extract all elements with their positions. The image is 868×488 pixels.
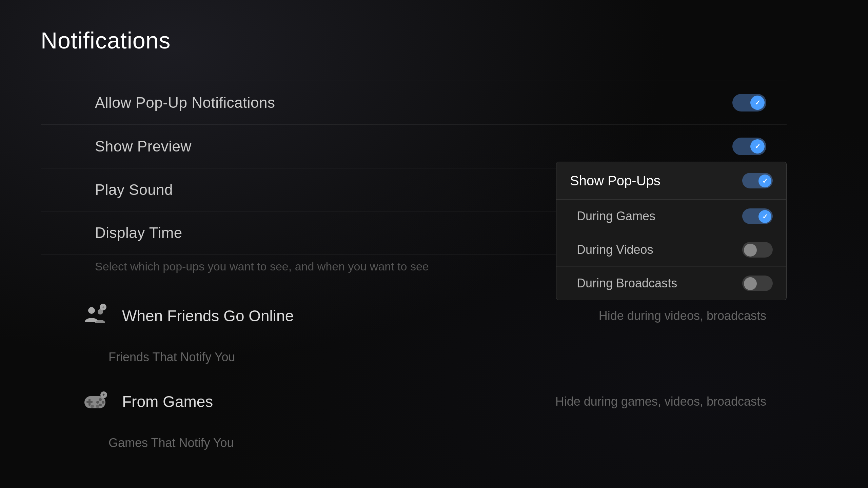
from-games-content: From Games <box>122 392 555 411</box>
play-sound-label: Play Sound <box>95 181 173 198</box>
page-title: Notifications <box>41 27 868 54</box>
display-time-label: Display Time <box>95 224 182 241</box>
play-sound-row: Play Sound Show Pop-Ups ✓ During Games <box>41 168 787 211</box>
svg-point-8 <box>96 401 99 404</box>
svg-point-12 <box>96 405 99 408</box>
games-notify-label[interactable]: Games That Notify You <box>41 429 787 460</box>
toggle-knob: ✓ <box>750 96 765 110</box>
allow-popup-toggle[interactable]: ✓ <box>732 94 766 111</box>
show-popups-toggle[interactable]: ✓ <box>742 173 773 188</box>
during-games-toggle[interactable]: ✓ <box>742 208 773 224</box>
during-games-label: During Games <box>577 209 655 223</box>
show-popups-label: Show Pop-Ups <box>570 173 660 188</box>
friends-online-label: When Friends Go Online <box>122 307 599 325</box>
during-videos-label: During Videos <box>577 243 653 257</box>
check-icon: ✓ <box>755 99 761 107</box>
from-games-label: From Games <box>122 392 555 411</box>
from-games-status: Hide during games, videos, broadcasts <box>555 394 766 409</box>
toggle-knob-popups: ✓ <box>758 175 771 187</box>
svg-text:+: + <box>102 392 105 398</box>
show-preview-toggle[interactable]: ✓ <box>732 138 766 155</box>
friends-online-icon: + <box>81 302 108 329</box>
toggle-knob-preview: ✓ <box>750 139 765 154</box>
during-broadcasts-label: During Broadcasts <box>577 276 677 290</box>
during-broadcasts-toggle[interactable] <box>742 276 773 291</box>
toggle-knob-videos <box>744 244 757 257</box>
check-icon-popups: ✓ <box>762 177 768 185</box>
svg-point-11 <box>91 405 94 408</box>
toggle-knob-broadcasts <box>744 277 757 290</box>
svg-point-7 <box>99 398 102 401</box>
friends-online-content: When Friends Go Online <box>122 307 599 325</box>
svg-rect-6 <box>86 401 93 403</box>
from-games-section[interactable]: + From Games Hide during games, videos, … <box>41 374 787 429</box>
during-videos-toggle[interactable] <box>742 242 773 258</box>
popup-dropdown: Show Pop-Ups ✓ During Games ✓ <box>556 162 787 300</box>
check-icon-games: ✓ <box>762 212 768 221</box>
during-games-item[interactable]: During Games ✓ <box>556 200 786 233</box>
svg-point-9 <box>102 401 104 404</box>
svg-point-10 <box>99 404 102 406</box>
settings-list: Allow Pop-Up Notifications ✓ Show Previe… <box>41 81 787 460</box>
allow-popup-row: Allow Pop-Up Notifications ✓ <box>41 81 787 125</box>
from-games-icon: + <box>81 388 108 415</box>
svg-text:+: + <box>102 304 104 310</box>
friends-svg-icon: + <box>83 304 107 328</box>
during-videos-item[interactable]: During Videos <box>556 233 786 267</box>
svg-point-0 <box>88 307 95 314</box>
games-svg-icon: + <box>83 389 107 414</box>
friends-online-status: Hide during videos, broadcasts <box>599 309 766 323</box>
show-popups-item[interactable]: Show Pop-Ups ✓ <box>556 162 786 200</box>
check-icon-preview: ✓ <box>755 142 761 150</box>
toggle-knob-games: ✓ <box>758 210 771 223</box>
friends-notify-label[interactable]: Friends That Notify You <box>41 343 787 374</box>
show-preview-label: Show Preview <box>95 138 192 155</box>
during-broadcasts-item[interactable]: During Broadcasts <box>556 267 786 300</box>
allow-popup-label: Allow Pop-Up Notifications <box>95 94 275 111</box>
